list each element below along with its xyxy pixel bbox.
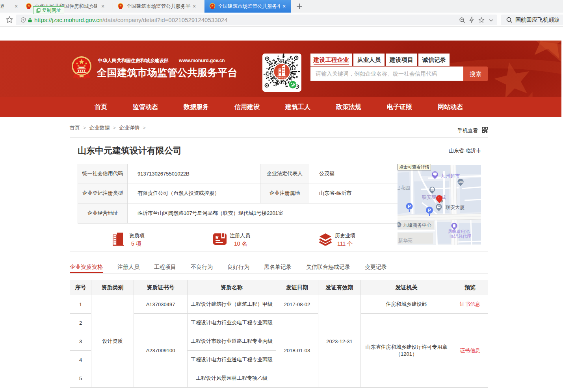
svg-text:风帆蓄电池: 风帆蓄电池 bbox=[448, 229, 470, 234]
svg-text:己花园: 己花园 bbox=[398, 185, 410, 190]
svg-text:九峰商务中心: 九峰商务中心 bbox=[403, 222, 431, 228]
svg-text:ATM: ATM bbox=[458, 181, 463, 183]
svg-text:新华苑: 新华苑 bbox=[398, 238, 412, 243]
svg-text:公共服务平台: 公共服务平台 bbox=[277, 79, 287, 81]
svg-text:九: 九 bbox=[398, 223, 401, 227]
svg-text:九州超市: 九州超市 bbox=[441, 173, 460, 179]
svg-text:临沂总代理: 临沂总代理 bbox=[450, 234, 471, 239]
svg-text:联安大厦: 联安大厦 bbox=[445, 205, 465, 210]
svg-text:P: P bbox=[428, 208, 431, 213]
svg-text:P: P bbox=[408, 204, 411, 209]
